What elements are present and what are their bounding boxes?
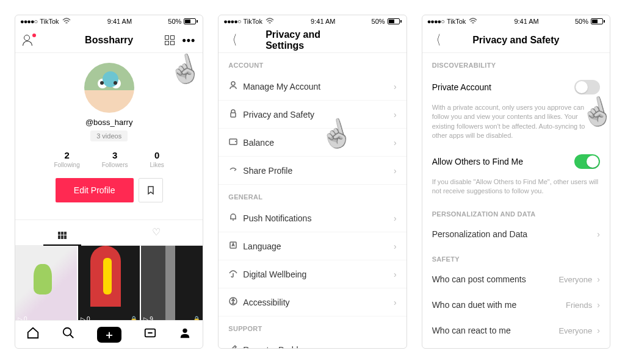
privacy-header: 〈 Privacy and Safety — [422, 27, 610, 53]
row-who-duet[interactable]: Who can duet with me Friends › — [422, 292, 610, 318]
person-icon — [228, 80, 243, 92]
battery-icon — [591, 18, 605, 24]
section-safety: SAFETY — [422, 247, 610, 266]
bell-icon — [228, 212, 243, 224]
more-icon[interactable]: ••• — [182, 37, 195, 43]
home-icon[interactable] — [26, 326, 40, 343]
chevron-right-icon: › — [394, 110, 397, 120]
privacy-safety-screen: ●●●●○ TikTok 9:41 AM 50% 〈 Privacy and S… — [422, 15, 610, 349]
row-privacy-safety[interactable]: Privacy and Safety › — [219, 101, 406, 129]
tab-liked[interactable]: ♡ — [109, 220, 203, 245]
lock-icon: 🔒 — [193, 316, 200, 321]
add-friend-icon[interactable] — [23, 35, 35, 46]
language-icon — [228, 240, 243, 252]
carrier-label: TikTok — [244, 18, 262, 25]
avatar[interactable] — [84, 63, 134, 113]
chevron-right-icon: › — [394, 166, 397, 176]
back-button[interactable]: 〈 — [432, 31, 441, 49]
grid-icon — [58, 232, 67, 239]
chevron-right-icon: › — [394, 213, 397, 223]
likes-stat[interactable]: 0 Likes — [150, 150, 164, 168]
svg-point-3 — [231, 82, 235, 85]
bookmark-icon — [146, 185, 156, 195]
chevron-right-icon: › — [597, 274, 600, 284]
chevron-right-icon: › — [394, 345, 397, 349]
back-button[interactable]: 〈 — [228, 31, 237, 49]
row-push-notifications[interactable]: Push Notifications › — [219, 204, 406, 232]
play-count: ▷ 9 — [143, 316, 153, 321]
inbox-icon[interactable] — [143, 326, 157, 343]
battery-pct: 50% — [168, 18, 181, 25]
tab-videos[interactable] — [15, 220, 109, 245]
svg-point-2 — [183, 329, 187, 333]
video-thumb[interactable]: ▷ 0 — [15, 246, 77, 321]
share-icon — [228, 165, 243, 176]
chevron-right-icon: › — [597, 326, 600, 335]
username: @boss_harry — [85, 118, 133, 127]
bottom-nav: ＋ — [15, 320, 203, 348]
row-language[interactable]: Language › — [219, 232, 406, 260]
row-balance[interactable]: Balance › — [219, 129, 406, 157]
row-digital-wellbeing[interactable]: Digital Wellbeing › — [219, 260, 406, 288]
private-account-toggle[interactable] — [574, 80, 600, 95]
row-private-account: Private Account — [422, 73, 610, 102]
accessibility-icon — [228, 296, 243, 308]
signal-dots: ●●●●○ — [427, 18, 444, 25]
heart-icon: ♡ — [152, 227, 161, 237]
page-title: Bossharry — [85, 35, 133, 46]
clock: 9:41 AM — [311, 18, 335, 25]
play-count: ▷ 0 — [81, 316, 90, 321]
battery-icon — [184, 18, 198, 24]
section-support: SUPPORT — [219, 316, 406, 336]
section-discoverability: DISCOVERABILITY — [422, 53, 610, 73]
row-manage-account[interactable]: Manage My Account › — [219, 73, 406, 101]
settings-screen: ●●●●○ TikTok 9:41 AM 50% 〈 Privacy and S… — [218, 15, 406, 349]
chevron-right-icon: › — [597, 229, 600, 239]
allow-find-desc: If you disable "Allow Others to Find Me"… — [422, 176, 610, 202]
svg-point-0 — [63, 328, 71, 336]
clock: 9:41 AM — [107, 18, 132, 25]
video-thumb[interactable]: ▷ 9 🔒 — [141, 246, 203, 321]
edit-profile-button[interactable]: Edit Profile — [56, 178, 134, 202]
carrier-label: TikTok — [40, 18, 59, 25]
section-personalization: PERSONALIZATION AND DATA — [422, 202, 610, 221]
chevron-right-icon: › — [394, 269, 397, 279]
svg-point-8 — [233, 299, 234, 300]
row-personalization-data[interactable]: Personalization and Data › — [422, 221, 610, 247]
lock-icon — [228, 109, 243, 120]
qr-icon[interactable] — [165, 35, 175, 45]
signal-dots: ●●●●○ — [223, 18, 240, 25]
create-button[interactable]: ＋ — [97, 327, 121, 343]
search-icon[interactable] — [62, 326, 75, 343]
wallet-icon — [228, 137, 243, 148]
section-general: GENERAL — [219, 185, 406, 204]
chevron-right-icon: › — [394, 241, 397, 251]
notification-dot — [32, 34, 36, 37]
page-title: Privacy and Safety — [472, 35, 559, 46]
row-who-messages[interactable]: Who can send me messages Friends › — [422, 343, 610, 348]
profile-screen: ●●●●○ TikTok 9:41 AM 50% Bossharry ••• @… — [15, 15, 203, 349]
followers-stat[interactable]: 3 Followers — [102, 150, 128, 168]
carrier-label: TikTok — [447, 18, 466, 25]
row-report-problem[interactable]: Report a Problem › — [219, 336, 406, 348]
chevron-right-icon: › — [394, 82, 397, 91]
battery-pct: 50% — [372, 18, 385, 25]
lock-icon: 🔒 — [130, 316, 137, 321]
following-stat[interactable]: 2 Following — [54, 150, 79, 168]
page-title: Privacy and Settings — [266, 29, 359, 51]
row-share-profile[interactable]: Share Profile › — [219, 157, 406, 185]
profile-header: Bossharry ••• — [15, 27, 203, 53]
row-who-comments[interactable]: Who can post comments Everyone › — [422, 266, 610, 292]
bookmark-button[interactable] — [139, 178, 163, 202]
status-bar: ●●●●○ TikTok 9:41 AM 50% — [15, 15, 203, 27]
allow-find-toggle[interactable] — [574, 154, 600, 169]
row-who-react[interactable]: Who can react to me Everyone › — [422, 318, 610, 343]
chevron-right-icon: › — [394, 298, 397, 307]
video-thumb[interactable]: ▷ 0 🔒 — [78, 246, 140, 321]
row-accessibility[interactable]: Accessibility › — [219, 288, 406, 316]
battery-pct: 50% — [575, 18, 588, 25]
row-allow-find: Allow Others to Find Me — [422, 147, 610, 176]
settings-header: 〈 Privacy and Settings — [219, 27, 406, 53]
profile-icon[interactable] — [178, 326, 192, 343]
chevron-right-icon: › — [394, 138, 397, 148]
